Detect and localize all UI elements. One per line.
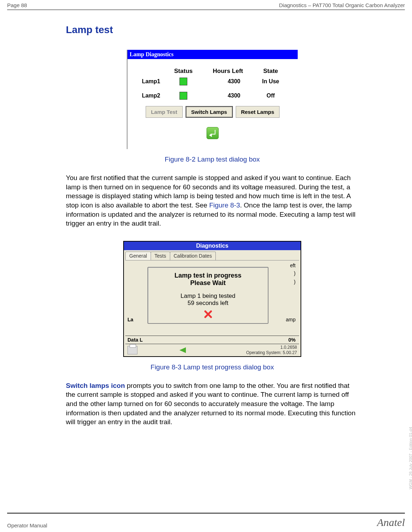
lamp1-label: Lamp1 — [137, 78, 164, 85]
footer-brand: Anatel — [377, 516, 405, 528]
enter-icon[interactable] — [207, 127, 219, 139]
progress-line3: Lamp 1 being tested — [148, 293, 268, 300]
lamp1-state: In Use — [253, 78, 288, 85]
paragraph-2: Switch lamps icon prompts you to switch … — [66, 381, 359, 427]
cancel-icon[interactable] — [203, 309, 213, 320]
lamp-row-2: Lamp2 4300 Off — [137, 92, 288, 100]
printer-icon[interactable] — [127, 346, 137, 354]
page-header: Page 88 Diagnostics – PAT700 Total Organ… — [7, 2, 405, 10]
tab-general[interactable]: General — [125, 252, 151, 260]
reset-lamps-button[interactable]: Reset Lamps — [236, 106, 280, 118]
lamp2-hours: 4300 — [203, 93, 253, 99]
section-title: Lamp test — [66, 24, 359, 36]
lamp-diagnostics-dialog: Lamp Diagnostics Status Hours Left State… — [127, 50, 298, 149]
doc-title: Diagnostics – PAT700 Total Organic Carbo… — [279, 2, 405, 8]
os-text: Operating System: 5.00.27 — [246, 350, 297, 355]
col-status: Status — [164, 68, 203, 75]
bg-text-frag: ) — [294, 270, 296, 276]
data-log-value: 0% — [288, 337, 296, 343]
data-log-label: Data L — [127, 337, 143, 343]
progress-line4: 59 seconds left — [148, 300, 268, 307]
figure-8-2-caption: Figure 8-2 Lamp test dialog box — [66, 156, 359, 163]
lamp2-status-indicator — [179, 92, 187, 100]
diagnostics-dialog: Diagnostics General Tests Calibration Da… — [123, 241, 301, 357]
diagnostics-titlebar: Diagnostics — [124, 242, 301, 250]
page-number: Page 88 — [7, 2, 27, 8]
lamp-table-header: Status Hours Left State — [137, 68, 288, 75]
figure-8-3-caption: Figure 8-3 Lamp test progress dialog box — [66, 363, 359, 371]
side-watermark: WGM - 26 July 2007 - Edition 01-d4 — [408, 427, 412, 489]
bg-text-amp: amp — [286, 317, 296, 322]
switch-lamps-button[interactable]: Switch Lamps — [186, 106, 233, 118]
lamp1-hours: 4300 — [203, 78, 253, 85]
page-footer: Operator Manual Anatel — [7, 513, 405, 528]
lamp2-state: Off — [253, 93, 288, 99]
lamp1-status-indicator — [179, 78, 187, 85]
data-log-row: Data L 0% — [125, 336, 299, 344]
bg-text-la: La — [127, 317, 133, 322]
lamp-row-1: Lamp1 4300 In Use — [137, 78, 288, 85]
col-state: State — [253, 68, 288, 75]
progress-line2: Please Wait — [148, 279, 268, 287]
dialog-titlebar: Lamp Diagnostics — [127, 50, 298, 59]
col-hours-left: Hours Left — [203, 68, 253, 75]
version-text: 1.0.2658 — [246, 345, 297, 350]
back-arrow-icon[interactable] — [179, 347, 186, 353]
lamp2-label: Lamp2 — [137, 93, 164, 99]
tab-calibration-dates[interactable]: Calibration Dates — [170, 252, 216, 260]
figure-8-3-link[interactable]: Figure 8-3 — [209, 201, 240, 209]
tab-tests[interactable]: Tests — [151, 252, 170, 260]
switch-lamps-lead: Switch lamps icon — [66, 382, 125, 389]
progress-line1: Lamp test in progress — [148, 272, 268, 279]
paragraph-1: You are first notified that the current … — [66, 173, 359, 228]
bg-text-eft: eft — [290, 263, 296, 268]
diagnostics-footer: 1.0.2658 Operating System: 5.00.27 — [125, 344, 299, 356]
footer-manual-label: Operator Manual — [7, 522, 47, 528]
lamp-test-button[interactable]: Lamp Test — [146, 106, 183, 118]
diagnostics-tabs: General Tests Calibration Dates — [124, 250, 301, 260]
bg-text-frag2: ) — [294, 279, 296, 285]
lamp-test-progress-modal: Lamp test in progress Please Wait Lamp 1… — [147, 267, 268, 324]
